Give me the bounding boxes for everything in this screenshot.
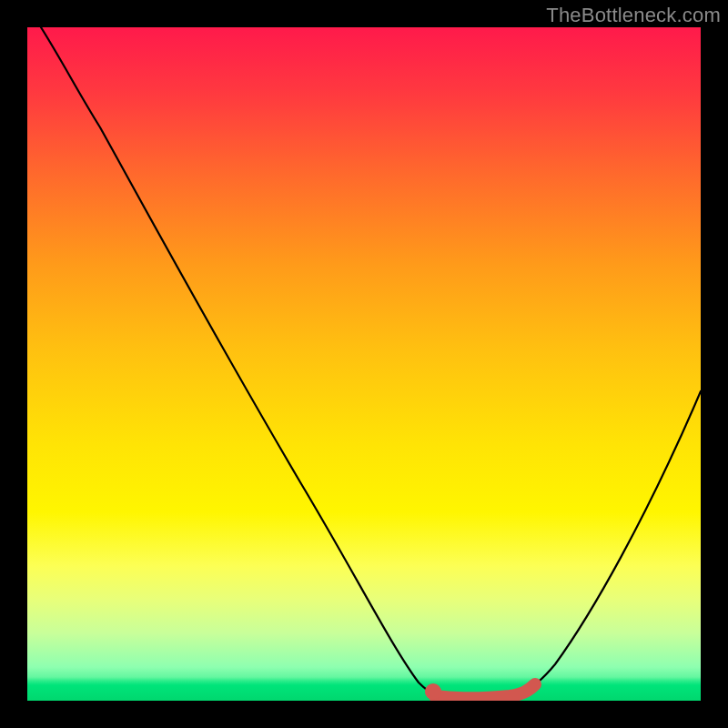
chart-svg <box>27 27 701 701</box>
highlight-segment <box>435 684 535 698</box>
bottleneck-curve <box>41 27 701 699</box>
chart-container: TheBottleneck.com <box>0 0 728 728</box>
plot-area <box>27 27 701 701</box>
marker-dot <box>425 683 441 700</box>
watermark-text: TheBottleneck.com <box>546 4 721 27</box>
